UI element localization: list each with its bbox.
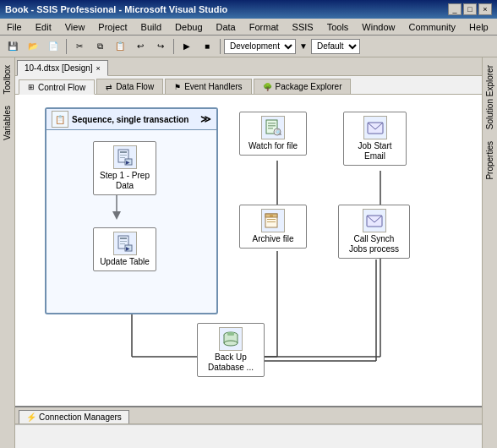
sidebar-tab-solution-explorer[interactable]: Solution Explorer	[483, 61, 497, 134]
menu-project[interactable]: Project	[95, 21, 130, 33]
toolbar-stop[interactable]: ■	[198, 38, 216, 55]
svg-rect-38	[267, 221, 276, 222]
svg-point-43	[224, 341, 238, 346]
svg-rect-31	[268, 128, 273, 129]
design-canvas[interactable]: 📋 Sequence, single transaction ≫	[15, 95, 482, 406]
control-flow-icon: ⊞	[28, 83, 35, 91]
step1-label: Step 1 - PrepData	[100, 171, 150, 191]
update-table-icon: ▶	[113, 232, 137, 255]
svg-rect-37	[267, 219, 276, 220]
sequence-icon: 📋	[52, 111, 68, 128]
task-backup-db[interactable]: Back UpDatabase ...	[197, 323, 265, 377]
toolbar-cut[interactable]: ✂	[70, 38, 89, 55]
title-bar-buttons: _ □ ×	[448, 3, 492, 15]
right-sidebar: Solution Explorer Properties	[482, 57, 497, 448]
task-watch-file[interactable]: 🔍 Watch for file	[239, 112, 307, 156]
toolbar-open[interactable]: 📂	[24, 38, 42, 55]
designer-tab-bar: ⊞ Control Flow ⇄ Data Flow ⚑ Event Handl…	[15, 76, 482, 95]
toolbar-new[interactable]: 📄	[44, 38, 63, 55]
svg-rect-24	[120, 241, 127, 242]
toolbar: 💾 📂 📄 ✂ ⧉ 📋 ↩ ↪ ▶ ■ Development ▼ Defaul…	[0, 36, 497, 57]
svg-rect-25	[120, 243, 125, 244]
svg-rect-29	[268, 123, 276, 124]
task-update-table[interactable]: ▶ Update Table	[93, 227, 156, 271]
maximize-button[interactable]: □	[463, 3, 477, 15]
svg-rect-46	[227, 332, 234, 336]
task-step1[interactable]: ▶ Step 1 - PrepData	[93, 141, 156, 195]
svg-rect-23	[120, 238, 127, 239]
menu-file[interactable]: File	[3, 21, 25, 33]
toolbar-sep2	[173, 39, 174, 54]
doc-tab-label: 10-4.dtsx [Design]	[25, 63, 93, 73]
call-synch-label: Call SynchJobs process	[349, 234, 399, 254]
tab-package-explorer[interactable]: 🌳 Package Explorer	[254, 79, 352, 94]
toolbar-save[interactable]: 💾	[3, 38, 22, 55]
toolbar-paste[interactable]: 📋	[111, 38, 129, 55]
left-sidebar: Toolbox Variables	[0, 57, 15, 448]
toolbar-copy[interactable]: ⧉	[90, 38, 109, 55]
watch-file-label: Watch for file	[248, 141, 298, 151]
sidebar-tab-toolbox[interactable]: Toolbox	[0, 61, 14, 98]
doc-tab-close[interactable]: ×	[96, 64, 101, 73]
tab-data-flow[interactable]: ⇄ Data Flow	[96, 79, 163, 94]
close-button[interactable]: ×	[478, 3, 492, 15]
doc-tab-bar: 10-4.dtsx [Design] ×	[15, 57, 482, 76]
svg-rect-17	[120, 151, 127, 153]
archive-file-icon	[261, 209, 285, 232]
sequence-collapse-btn[interactable]: ≫	[200, 113, 211, 125]
tab-control-flow[interactable]: ⊞ Control Flow	[19, 79, 95, 95]
platform-dropdown[interactable]: Default	[311, 39, 360, 54]
menu-tools[interactable]: Tools	[324, 21, 352, 33]
menu-debug[interactable]: Debug	[172, 21, 205, 33]
menu-build[interactable]: Build	[138, 21, 165, 33]
minimize-button[interactable]: _	[448, 3, 462, 15]
config-dropdown[interactable]: Development	[224, 39, 296, 54]
data-flow-icon: ⇄	[106, 83, 112, 91]
sequence-header: 📋 Sequence, single transaction ≫	[46, 109, 216, 130]
bottom-panel: ⚡ Connection Managers	[15, 406, 482, 448]
menu-window[interactable]: Window	[358, 21, 398, 33]
bottom-tab-connection-managers[interactable]: ⚡ Connection Managers	[19, 410, 129, 423]
menu-help[interactable]: Help	[466, 21, 492, 33]
svg-rect-36	[270, 216, 273, 217]
sequence-container[interactable]: 📋 Sequence, single transaction ≫	[45, 107, 218, 314]
menu-data[interactable]: Data	[213, 21, 239, 33]
archive-file-label: Archive file	[253, 234, 294, 244]
toolbar-sep1	[66, 39, 67, 54]
package-explorer-icon: 🌳	[263, 83, 272, 91]
backup-db-icon	[219, 327, 243, 351]
task-job-start[interactable]: Job StartEmail	[343, 112, 407, 166]
svg-text:▶: ▶	[126, 246, 130, 251]
sidebar-tab-variables[interactable]: Variables	[0, 101, 14, 145]
toolbar-redo[interactable]: ↪	[151, 38, 170, 55]
main-content: 10-4.dtsx [Design] × ⊞ Control Flow ⇄ Da…	[15, 57, 482, 448]
svg-text:▶: ▶	[126, 160, 130, 165]
toolbar-sep3	[220, 39, 221, 54]
menu-bar: File Edit View Project Build Debug Data …	[0, 19, 497, 36]
tab-event-handlers[interactable]: ⚑ Event Handlers	[165, 79, 251, 94]
menu-edit[interactable]: Edit	[32, 21, 55, 33]
sidebar-tab-properties[interactable]: Properties	[483, 137, 497, 184]
job-start-icon	[363, 116, 387, 139]
menu-community[interactable]: Community	[405, 21, 459, 33]
svg-rect-30	[268, 125, 276, 127]
call-synch-icon	[363, 209, 386, 232]
svg-rect-18	[120, 155, 127, 156]
doc-tab-design[interactable]: 10-4.dtsx [Design] ×	[17, 60, 108, 76]
toolbar-start[interactable]: ▶	[178, 38, 196, 55]
step1-icon: ▶	[113, 145, 137, 169]
menu-view[interactable]: View	[62, 21, 89, 33]
bottom-tab-bar: ⚡ Connection Managers	[15, 407, 482, 424]
menu-ssis[interactable]: SSIS	[289, 21, 317, 33]
menu-format[interactable]: Format	[246, 21, 282, 33]
sequence-label: Sequence, single transaction	[72, 115, 188, 124]
connection-managers-icon: ⚡	[26, 412, 36, 422]
task-archive-file[interactable]: Archive file	[239, 205, 307, 249]
watch-file-icon: 🔍	[261, 116, 285, 139]
title-bar: Book - SSIS Professional - Microsoft Vis…	[0, 0, 497, 19]
toolbar-undo[interactable]: ↩	[131, 38, 150, 55]
task-call-synch[interactable]: Call SynchJobs process	[338, 205, 410, 259]
toolbar-arrow: ▼	[298, 41, 309, 51]
ide-container: Toolbox Variables 10-4.dtsx [Design] × ⊞…	[0, 57, 497, 448]
title-bar-text: Book - SSIS Professional - Microsoft Vis…	[5, 4, 227, 14]
